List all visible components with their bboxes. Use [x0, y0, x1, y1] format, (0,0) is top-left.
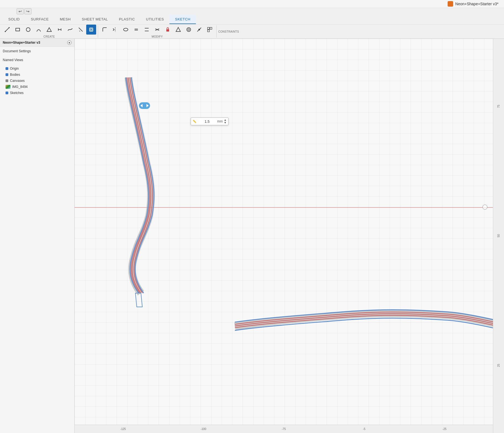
separator-1	[98, 25, 98, 38]
undo-button[interactable]: ↩	[17, 8, 24, 14]
svg-rect-2	[16, 28, 20, 31]
tab-surface[interactable]: SURFACE	[25, 15, 54, 24]
tool-trim[interactable]	[76, 25, 86, 35]
horizontal-axis	[75, 207, 504, 208]
svg-point-25	[198, 29, 200, 30]
tool-spline[interactable]	[65, 25, 75, 35]
tool-rectangle[interactable]	[13, 25, 23, 35]
tree-item-sketches[interactable]: Sketches	[0, 90, 74, 96]
svg-rect-28	[208, 30, 209, 32]
create-label: CREATE	[43, 35, 55, 38]
sketches-dot-icon	[6, 92, 8, 94]
tool-fillet[interactable]	[100, 25, 110, 35]
svg-rect-11	[90, 29, 92, 30]
tree-item-bodies[interactable]: Bodies	[0, 72, 74, 78]
canvas-image-icon	[6, 85, 11, 89]
tool-midpoint[interactable]	[194, 25, 204, 35]
svg-point-23	[188, 29, 190, 30]
tab-sketch[interactable]: SKETCH	[169, 15, 196, 24]
tool-perpendicular[interactable]	[152, 25, 162, 35]
tools-row: CREATE	[0, 24, 504, 38]
canvases-dot-icon	[6, 79, 8, 82]
tab-mesh[interactable]: MESH	[54, 15, 76, 24]
tab-plastic[interactable]: PLASTIC	[114, 15, 141, 24]
tool-lock[interactable]	[163, 25, 173, 35]
svg-marker-29	[140, 104, 143, 107]
sidebar-header: Neon+Shape+Starter v3 ●	[0, 39, 74, 47]
svg-rect-26	[208, 27, 209, 29]
redo-button[interactable]: ↪	[24, 8, 32, 14]
dimension-input[interactable]	[198, 119, 216, 124]
tool-parallel[interactable]	[142, 25, 152, 35]
ruler-label-25: 25	[497, 364, 500, 367]
tree-item-origin[interactable]: Origin	[0, 66, 74, 72]
sidebar-item-named-views[interactable]: Named Views	[0, 57, 74, 63]
tool-equal[interactable]	[131, 25, 141, 35]
svg-rect-27	[210, 27, 212, 29]
sidebar-section-doc: Document Settings	[0, 47, 74, 56]
tool-circle[interactable]	[23, 25, 33, 35]
svg-point-1	[9, 27, 10, 28]
tool-line[interactable]	[2, 25, 12, 35]
tool-slot[interactable]	[55, 25, 65, 35]
svg-line-9	[79, 31, 80, 32]
title-text: Neon+Shape+Starter v3*	[455, 2, 498, 6]
sidebar-item-doc-settings[interactable]: Document Settings	[0, 48, 74, 54]
sidebar-section-named-views: Named Views	[0, 56, 74, 64]
origin-dot-icon	[6, 67, 8, 70]
svg-point-3	[26, 28, 30, 32]
tool-coincident[interactable]	[173, 25, 183, 35]
tool-pattern[interactable]	[205, 25, 215, 35]
canvas-area[interactable]: 📏 mm ▲ ▼ 75 50 25 -125 -100 -75 -5 -25	[75, 39, 504, 433]
ruler-label-50: 50	[497, 234, 500, 237]
bodies-dot-icon	[6, 73, 8, 76]
dimension-unit: mm	[217, 119, 223, 123]
ruler-icon: 📏	[193, 120, 196, 123]
ruler-label-75: 75	[497, 105, 500, 108]
app-title: Neon+Shape+Starter v3*	[448, 1, 498, 7]
tool-triangle[interactable]	[44, 25, 54, 35]
origin-label: Origin	[10, 67, 19, 71]
svg-marker-4	[47, 28, 51, 32]
tree-item-canvases[interactable]: Canvases	[0, 78, 74, 84]
create-group: CREATE	[2, 25, 96, 38]
ruler-bottom-25: -25	[404, 427, 485, 431]
bodies-label: Bodies	[10, 73, 20, 77]
tab-utilities[interactable]: UTILITIES	[140, 15, 169, 24]
svg-point-22	[187, 28, 191, 32]
undo-redo-group: ↩ ↪	[17, 8, 32, 14]
svg-point-0	[5, 31, 6, 32]
separator-2	[216, 25, 217, 38]
svg-point-13	[124, 28, 128, 31]
svg-rect-20	[166, 29, 169, 32]
tool-arc[interactable]	[34, 25, 44, 35]
tool-concentric[interactable]	[184, 25, 194, 35]
workspace-tabs: SOLID SURFACE MESH SHEET METAL PLASTIC U…	[0, 15, 504, 24]
svg-rect-10	[90, 28, 93, 31]
ruler-bottom-75: -75	[244, 427, 324, 431]
sketches-label: Sketches	[10, 91, 23, 95]
svg-marker-30	[146, 104, 149, 107]
dim-down-button[interactable]: ▼	[224, 121, 227, 124]
constraints-group: CONSTRAINTS	[218, 30, 239, 33]
move-handle[interactable]	[139, 102, 150, 109]
canvas-label: IMG_8494	[12, 85, 28, 89]
canvases-label: Canvases	[10, 79, 25, 83]
tab-solid[interactable]: SOLID	[3, 15, 25, 24]
app-icon	[448, 1, 453, 7]
modify-group: MODIFY	[100, 25, 215, 38]
doc-settings-label: Document Settings	[3, 49, 31, 53]
pin-icon[interactable]: ●	[67, 40, 72, 45]
tool-ellipse[interactable]	[121, 25, 131, 35]
dimension-arrows: ▲ ▼	[224, 119, 227, 124]
tree-item-img-canvas[interactable]: IMG_8494	[0, 84, 74, 90]
tool-mirror[interactable]	[110, 25, 120, 35]
circle-handle[interactable]	[482, 205, 487, 210]
tool-offset[interactable]	[86, 25, 96, 35]
svg-marker-21	[176, 27, 180, 32]
sidebar: Neon+Shape+Starter v3 ● Document Setting…	[0, 39, 75, 433]
canvas-grid	[75, 39, 504, 433]
ruler-bottom-100: -100	[163, 427, 244, 431]
tab-sheet-metal[interactable]: SHEET METAL	[76, 15, 114, 24]
ruler-bottom-5: -5	[324, 427, 404, 431]
